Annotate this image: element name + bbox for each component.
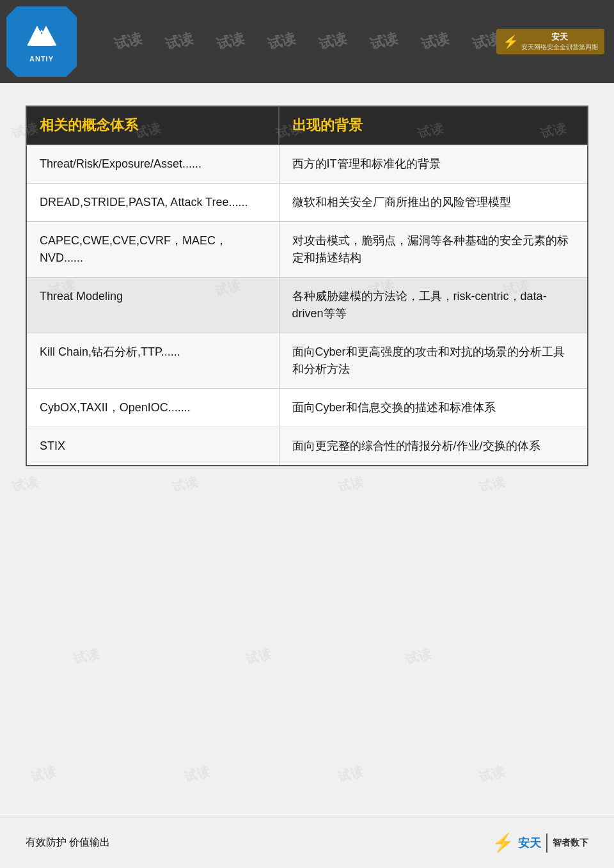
right-cell: 面向Cyber和信息交换的描述和标准体系 <box>279 389 588 427</box>
footer-divider <box>546 833 547 853</box>
footer-tagline: 有效防护 价值输出 <box>26 836 110 849</box>
col1-header: 相关的概念体系 <box>26 106 279 145</box>
logo-box: ANTIY <box>6 6 77 77</box>
logo-text: ANTIY <box>29 55 54 63</box>
badge-name: 安天 <box>521 31 598 43</box>
footer: 有效防护 价值输出 ⚡ 安天 智者数下 <box>0 817 614 868</box>
footer-logo: ⚡ 安天 <box>492 832 541 853</box>
left-cell: CybOX,TAXII，OpenIOC....... <box>26 389 279 427</box>
left-cell: Kill Chain,钻石分析,TTP...... <box>26 333 279 389</box>
right-cell: 面向更完整的综合性的情报分析/作业/交换的体系 <box>279 427 588 466</box>
table-row: STIX面向更完整的综合性的情报分析/作业/交换的体系 <box>26 427 588 466</box>
left-cell: DREAD,STRIDE,PASTA, Attack Tree...... <box>26 184 279 222</box>
logo-icon <box>24 21 59 52</box>
col2-header: 出现的背景 <box>279 106 588 145</box>
right-cell: 对攻击模式，脆弱点，漏洞等各种基础的安全元素的标定和描述结构 <box>279 222 588 278</box>
table-row: CybOX,TAXII，OpenIOC.......面向Cyber和信息交换的描… <box>26 389 588 427</box>
left-cell: STIX <box>26 427 279 466</box>
left-cell: CAPEC,CWE,CVE,CVRF，MAEC，NVD...... <box>26 222 279 278</box>
right-cell: 各种威胁建模的方法论，工具，risk-centric，data-driven等等 <box>279 278 588 333</box>
footer-lightning-icon: ⚡ <box>492 832 514 853</box>
right-cell: 面向Cyber和更高强度的攻击和对抗的场景的分析工具和分析方法 <box>279 333 588 389</box>
table-row: CAPEC,CWE,CVE,CVRF，MAEC，NVD......对攻击模式，脆… <box>26 222 588 278</box>
svg-marker-0 <box>28 26 56 45</box>
footer-slogan: 智者数下 <box>553 837 588 849</box>
header: ANTIY 试读 试读 试读 试读 试读 试读 试读 试读 ⚡ 安天 安天网络安… <box>0 0 614 83</box>
concept-table: 相关的概念体系 出现的背景 Threat/Risk/Exposure/Asset… <box>26 106 588 466</box>
right-cell: 西方的IT管理和标准化的背景 <box>279 145 588 184</box>
table-row: Threat/Risk/Exposure/Asset......西方的IT管理和… <box>26 145 588 184</box>
header-right-badge: ⚡ 安天 安天网络安全全训营第四期 <box>496 29 604 54</box>
main-content: 相关的概念体系 出现的背景 Threat/Risk/Exposure/Asset… <box>0 83 614 485</box>
left-cell: Threat/Risk/Exposure/Asset...... <box>26 145 279 184</box>
table-row: DREAD,STRIDE,PASTA, Attack Tree......微软和… <box>26 184 588 222</box>
footer-antiy-name: 安天 <box>518 835 541 851</box>
right-cell: 微软和相关安全厂商所推出的风险管理模型 <box>279 184 588 222</box>
table-row: Threat Modeling各种威胁建模的方法论，工具，risk-centri… <box>26 278 588 333</box>
left-cell: Threat Modeling <box>26 278 279 333</box>
footer-logo-area: ⚡ 安天 智者数下 <box>492 832 588 853</box>
table-header-row: 相关的概念体系 出现的背景 <box>26 106 588 145</box>
table-row: Kill Chain,钻石分析,TTP......面向Cyber和更高强度的攻击… <box>26 333 588 389</box>
badge-subtitle: 安天网络安全全训营第四期 <box>521 43 598 52</box>
